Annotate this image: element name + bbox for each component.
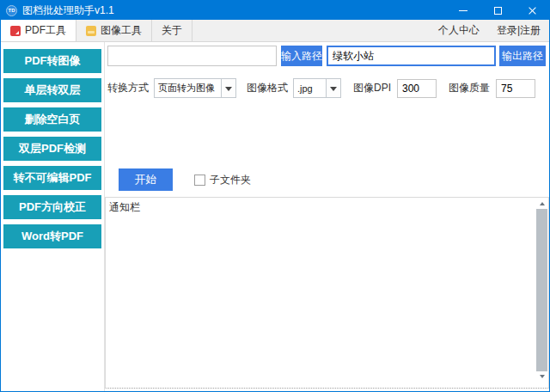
app-logo-icon: TD — [6, 5, 17, 16]
image-dpi-label: 图像DPI — [353, 81, 391, 95]
maximize-icon — [494, 7, 502, 15]
sidebar-item-double-layer-pdf-detect[interactable]: 双层PDF检测 — [3, 137, 101, 161]
sidebar-item-single-to-double-layer[interactable]: 单层转双层 — [3, 78, 101, 102]
notification-label: 通知栏 — [106, 198, 548, 217]
close-icon — [528, 6, 537, 15]
vertical-scrollbar[interactable] — [536, 199, 547, 382]
arrow-up-icon — [540, 199, 545, 205]
arrow-down-icon — [540, 375, 545, 381]
scroll-down-button[interactable] — [536, 371, 547, 382]
image-format-select[interactable]: .jpg — [293, 78, 341, 98]
settings-row: 转换方式 页面转为图像 图像格式 .jpg 图像DPI 图像质量 — [107, 78, 547, 98]
sidebar-item-pdf-orientation-fix[interactable]: PDF方向校正 — [3, 195, 101, 219]
maximize-button[interactable] — [480, 1, 515, 20]
tab-label: PDF工具 — [25, 23, 66, 38]
tab-about[interactable]: 关于 — [152, 20, 192, 41]
close-button[interactable] — [515, 1, 549, 20]
window-controls — [446, 1, 549, 20]
scroll-up-button[interactable] — [536, 199, 547, 209]
tab-label: 图像工具 — [101, 23, 142, 38]
image-format-value: .jpg — [294, 79, 316, 97]
tab-bar: PDF工具 图像工具 关于 个人中心 登录|注册 — [1, 20, 549, 42]
main-panel: 输入路径 输出路径 转换方式 页面转为图像 图像格式 .jpg — [105, 42, 549, 391]
tab-pdf-tools[interactable]: PDF工具 — [1, 20, 76, 41]
login-register-link[interactable]: 登录|注册 — [497, 23, 541, 38]
content-area: PDF转图像 单层转双层 删除空白页 双层PDF检测 转不可编辑PDF PDF方… — [1, 42, 549, 391]
account-links: 个人中心 登录|注册 — [438, 20, 549, 41]
minimize-button[interactable] — [446, 1, 480, 20]
sidebar: PDF转图像 单层转双层 删除空白页 双层PDF检测 转不可编辑PDF PDF方… — [1, 42, 105, 391]
chevron-down-icon[interactable] — [221, 79, 235, 97]
notification-area[interactable]: 通知栏 — [105, 197, 549, 389]
convert-mode-label: 转换方式 — [107, 81, 149, 95]
scrollbar-thumb[interactable] — [536, 209, 547, 371]
input-path-field[interactable] — [107, 46, 277, 66]
sidebar-item-to-non-editable-pdf[interactable]: 转不可编辑PDF — [3, 166, 101, 190]
titlebar[interactable]: TD 图档批处理助手v1.1 — [1, 1, 549, 20]
start-button[interactable]: 开始 — [119, 168, 173, 191]
output-path-button[interactable]: 输出路径 — [499, 46, 546, 66]
image-format-label: 图像格式 — [247, 81, 288, 95]
sidebar-item-pdf-to-image[interactable]: PDF转图像 — [3, 49, 101, 73]
sidebar-item-delete-blank-pages[interactable]: 删除空白页 — [3, 107, 101, 132]
image-quality-label: 图像质量 — [449, 81, 490, 95]
minimize-icon — [459, 10, 468, 11]
tab-label: 关于 — [162, 23, 182, 38]
image-quality-field[interactable] — [496, 79, 535, 98]
path-row: 输入路径 输出路径 — [107, 46, 547, 66]
app-window: TD 图档批处理助手v1.1 PDF工具 图像工具 关于 个人中心 — [0, 0, 550, 392]
sidebar-item-word-to-pdf[interactable]: Word转PDF — [3, 224, 101, 248]
window-title: 图档批处理助手v1.1 — [22, 3, 114, 18]
subfolder-label: 子文件夹 — [210, 173, 251, 187]
image-dpi-field[interactable] — [397, 79, 437, 98]
convert-mode-select[interactable]: 页面转为图像 — [154, 78, 236, 98]
pdf-file-icon — [10, 26, 21, 36]
output-path-field[interactable] — [327, 46, 496, 66]
subfolder-checkbox[interactable] — [194, 175, 205, 186]
image-file-icon — [86, 26, 96, 36]
chevron-down-icon[interactable] — [326, 79, 340, 97]
tab-image-tools[interactable]: 图像工具 — [76, 20, 152, 41]
start-row: 开始 子文件夹 — [119, 168, 251, 191]
convert-mode-value: 页面转为图像 — [155, 79, 218, 97]
personal-center-link[interactable]: 个人中心 — [438, 23, 480, 38]
input-path-button[interactable]: 输入路径 — [281, 46, 322, 66]
